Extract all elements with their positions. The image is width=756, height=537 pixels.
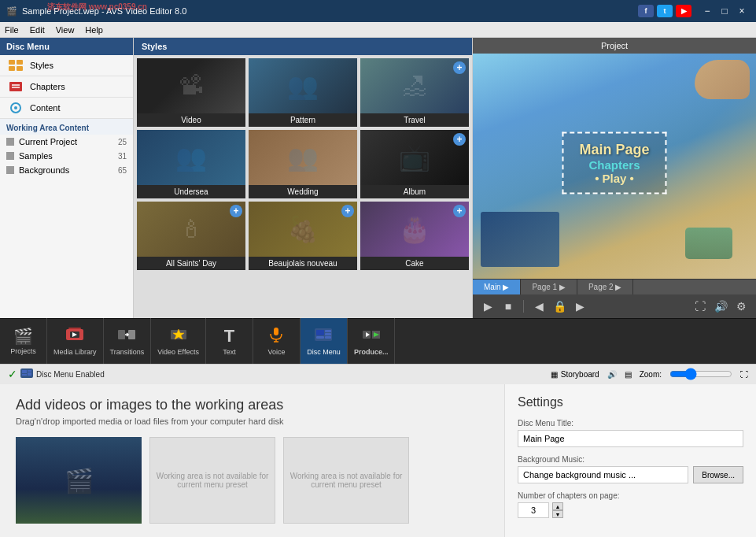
travel-plus-icon: + [453,61,466,74]
media-library-icon [65,327,84,346]
working-item-current[interactable]: Current Project 25 [0,135,133,149]
samples-label: Samples [19,151,53,161]
disc-menu-title-input[interactable] [518,430,743,447]
nav-chapters[interactable]: Chapters [0,76,133,98]
background-music-label: Background Music: [518,455,743,464]
background-music-input[interactable] [518,466,688,483]
storyboard-icon: ▦ [551,370,558,379]
style-album[interactable]: 📺 + Album [360,130,469,198]
title-bar: 🎬 Sample Project.wep - AVS Video Editor … [0,0,756,22]
nav-styles-label: Styles [30,61,53,70]
storyboard-label: Storyboard [561,370,599,379]
style-undersea[interactable]: 👥 Undersea [137,130,245,198]
disc-menu-header: Disc Menu [0,38,133,55]
working-item-backgrounds[interactable]: Backgrounds 65 [0,163,133,177]
toolbar-disc-menu[interactable]: Disc Menu [301,318,348,364]
nav-content[interactable]: Content [0,98,133,119]
svg-rect-10 [68,328,81,329]
menu-edit[interactable]: Edit [30,25,45,35]
tab-page1[interactable]: Page 1 ▶ [521,280,577,294]
preview-area: Main Page Chapters • Play • [473,54,756,279]
spinner-up-button[interactable]: ▲ [552,502,563,510]
video-effects-icon [169,327,188,346]
facebook-icon[interactable]: f [638,5,654,17]
menu-view[interactable]: View [56,25,75,35]
youtube-icon[interactable]: ▶ [676,5,691,17]
maximize-button[interactable]: □ [717,3,732,19]
style-cake[interactable]: 🎂 + Cake [360,202,469,270]
window-controls: − □ × [699,3,750,19]
play-button[interactable]: ▶ [479,298,496,315]
toolbar-media-library[interactable]: Media Library [47,318,104,364]
drop-zone-2[interactable]: Working area is not available for curren… [149,437,275,524]
lock-button[interactable]: 🔒 [551,298,568,315]
style-beaujolais[interactable]: 🍇 + Beaujolais nouveau [249,202,357,270]
style-pattern[interactable]: 👥 Pattern [249,58,357,127]
style-allsaints[interactable]: 🕯 + All Saints' Day [137,202,245,270]
svg-rect-21 [316,330,324,335]
app-title: Sample Project.wep - AVS Video Editor 8.… [22,6,186,16]
samples-count: 31 [118,152,127,161]
browse-button[interactable]: Browse... [693,466,743,483]
svg-rect-23 [325,333,331,335]
menu-file[interactable]: File [5,25,19,35]
toolbar-projects[interactable]: 🎬 Projects [0,318,47,364]
toolbar-transitions[interactable]: Transitions [104,318,152,364]
style-beaujolais-label: Beaujolais nouveau [249,257,357,270]
zoom-slider[interactable] [669,368,732,380]
close-button[interactable]: × [734,3,750,19]
stop-button[interactable]: ■ [500,298,517,315]
status-bar: ✓ Disc Menu Enabled ▦ Storyboard 🔊 ▤ Zoo… [0,364,756,384]
tab-page2[interactable]: Page 2 ▶ [577,280,633,294]
drop-zone-1[interactable]: 🎬 [16,437,142,524]
backgrounds-label: Backgrounds [19,165,69,175]
drop-zone-3-text: Working area is not available for curren… [289,472,404,489]
working-subtitle: Drag'n'drop imported media or load files… [16,417,489,426]
spinner-controls: ▲ ▼ [552,502,563,518]
toolbar-text[interactable]: T Text [206,318,253,364]
settings-chapters-field: Number of chapters on page: ▲ ▼ [518,491,743,518]
view-toggle-icon: ▤ [625,370,632,379]
style-wedding-label: Wedding [249,185,357,198]
svg-rect-4 [9,82,22,91]
next-button[interactable]: ▶ [571,298,588,315]
tab-main[interactable]: Main ▶ [473,280,521,294]
style-cake-label: Cake [360,257,469,270]
minimize-button[interactable]: − [699,3,715,19]
zoom-label: Zoom: [640,370,662,379]
toolbar-produce[interactable]: Produce... [348,318,396,364]
chapters-count-input[interactable] [518,502,549,518]
style-pattern-label: Pattern [249,113,357,127]
style-wedding[interactable]: 👥 Wedding [249,130,357,198]
styles-panel: Styles 📽 Video 👥 Patt [134,38,473,318]
fullscreen-button[interactable]: ⛶ [691,298,709,315]
album-plus-icon: + [453,133,466,146]
samples-dot [6,152,14,160]
toolbar-voice[interactable]: Voice [253,318,301,364]
voice-icon [267,327,286,346]
working-item-samples[interactable]: Samples 31 [0,149,133,163]
prev-button[interactable]: ◀ [530,298,548,315]
allsaints-silhouette: 🕯 [179,215,204,244]
storyboard-toggle[interactable]: ▦ Storyboard [551,370,599,379]
twitter-icon[interactable]: t [657,5,673,17]
nav-styles[interactable]: Styles [0,55,133,76]
spinner-down-button[interactable]: ▼ [552,510,563,518]
settings-disc-menu-title-field: Disc Menu Title: [518,419,743,447]
styles-header: Styles [134,38,472,55]
style-video[interactable]: 📽 Video [137,58,245,127]
volume-button[interactable]: 🔊 [712,298,729,315]
styles-grid-container[interactable]: 📽 Video 👥 Pattern 🏖 [134,55,472,318]
style-travel-label: Travel [360,113,469,127]
svg-rect-17 [274,328,278,335]
settings-button[interactable]: ⚙ [732,298,750,315]
style-travel[interactable]: 🏖 + Travel [360,58,469,127]
drop-zone-3[interactable]: Working area is not available for curren… [283,437,409,524]
produce-label: Produce... [354,348,389,356]
chapters-icon [8,80,24,93]
preview-play-text: • Play • [579,171,649,184]
menu-help[interactable]: Help [85,25,103,35]
wedding-silhouette: 👥 [287,143,319,172]
toolbar-video-effects[interactable]: Video Effects [151,318,206,364]
disc-menu-status: ✓ Disc Menu Enabled [8,368,105,380]
